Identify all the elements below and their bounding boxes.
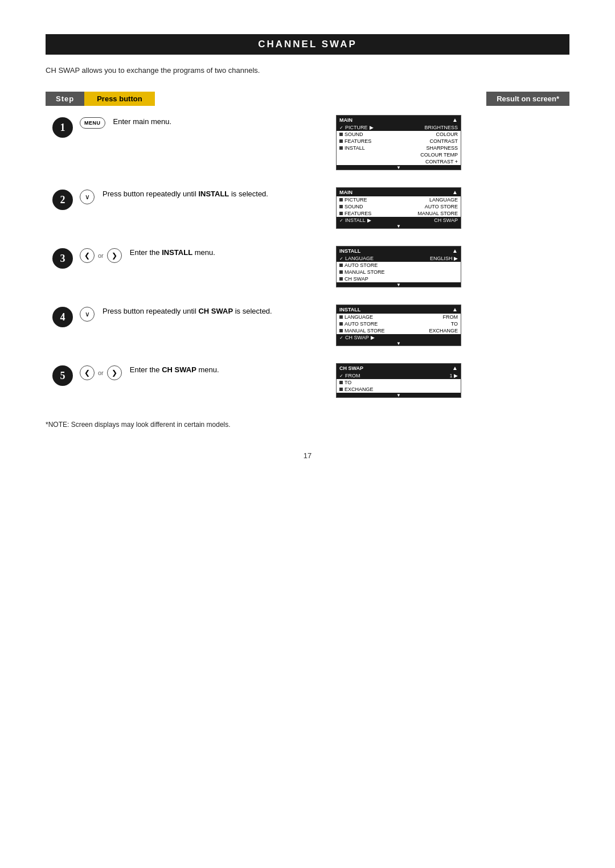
tv-row-5-2: EXCHANGE	[337, 386, 461, 393]
tv-row-left-4-2: MANUAL STORE	[339, 328, 385, 334]
tv-row-label: CH SWAP	[345, 335, 369, 340]
menu-button[interactable]: MENU	[80, 117, 105, 129]
step-row-2: 2 ∨ Press button repeatedly until INSTAL…	[46, 187, 569, 229]
right-button-3[interactable]: ❯	[107, 248, 122, 263]
tv-row-value-5-0: 1 ▶	[449, 373, 458, 379]
arrow-down-icon: ▼	[396, 165, 401, 170]
tv-row-1-2: FEATURES CONTRAST	[337, 138, 461, 145]
tv-row-value-1-0: BRIGHTNESS	[424, 125, 458, 130]
intro-text: CH SWAP allows you to exchange the progr…	[46, 66, 569, 75]
tv-header-2: MAIN ▲	[337, 188, 461, 196]
right-button-5[interactable]: ❯	[107, 365, 122, 380]
arrow-up-icon: ▲	[452, 365, 458, 371]
step-row-5: 5 ❮ or ❯ Enter the CH SWAP menu. CH SWAP…	[46, 363, 569, 398]
tv-row-label: INSTALL	[345, 217, 366, 223]
check-icon: ✓	[339, 335, 343, 340]
tv-row-label: FEATURES	[345, 138, 371, 144]
step-number-5: 5	[46, 363, 80, 386]
tv-row-left-2-2: FEATURES	[339, 211, 371, 216]
tv-row-left-4-3: ✓CH SWAP ▶	[339, 335, 375, 340]
step-number-2: 2	[46, 187, 80, 210]
tv-row-left-1-0: ✓PICTURE ▶	[339, 125, 374, 130]
tv-row-left-2-3: ✓INSTALL ▶	[339, 217, 371, 223]
tv-row-value-2-1: AUTO STORE	[425, 204, 458, 209]
tv-row-label: LANGUAGE	[345, 256, 374, 261]
tv-row-2-0: PICTURE LANGUAGE	[337, 196, 461, 203]
tv-row-left-3-0: ✓LANGUAGE	[339, 256, 374, 261]
tv-row-left-3-3: CH SWAP	[339, 276, 368, 282]
down-button-2[interactable]: ∨	[80, 190, 95, 204]
tv-screen-2: MAIN ▲ PICTURE LANGUAGE SOUND AUTO STORE…	[336, 187, 461, 229]
step-circle-4: 4	[52, 307, 73, 327]
or-text-5: or	[98, 369, 104, 376]
square-icon	[339, 277, 343, 281]
step-middle-3: ❮ or ❯ Enter the INSTALL menu.	[80, 246, 319, 263]
tv-row-label: AUTO STORE	[345, 262, 378, 268]
tv-footer-5: ▼	[337, 393, 461, 397]
tv-row-label: SOUND	[345, 204, 363, 209]
down-button-4[interactable]: ∨	[80, 307, 95, 322]
check-icon: ✓	[339, 218, 343, 223]
tv-row-label: EXCHANGE	[345, 386, 374, 392]
step-instruction-text-3: Enter the INSTALL menu.	[130, 247, 319, 258]
tv-row-4-2: MANUAL STORE EXCHANGE	[337, 327, 461, 334]
step-btn-area-3: ❮ or ❯	[80, 247, 122, 263]
arrow-up-icon: ▲	[452, 117, 458, 123]
square-icon	[339, 146, 343, 150]
square-icon	[339, 315, 343, 319]
left-button-5[interactable]: ❮	[80, 365, 95, 380]
tv-row-5-1: TO	[337, 379, 461, 386]
header-step: Step	[46, 92, 84, 106]
tv-header-1: MAIN ▲	[337, 116, 461, 124]
header-press-button: Press button	[84, 92, 154, 106]
arrow-up-icon: ▲	[452, 306, 458, 312]
tv-row-value-2-3: CH SWAP	[434, 217, 458, 223]
tv-row-label: CH SWAP	[345, 276, 368, 282]
header-result: Result on screen*	[486, 92, 569, 106]
tv-screen-5: CH SWAP ▲ ✓FROM 1 ▶ TO EXCHANGE ▼	[336, 363, 461, 398]
tv-row-value-1-4: COLOUR TEMP	[420, 152, 458, 158]
square-icon	[339, 139, 343, 143]
tv-row-label: TO	[345, 380, 351, 385]
note-text: *NOTE: Screen displays may look differen…	[46, 421, 569, 429]
tv-row-left-3-2: MANUAL STORE	[339, 269, 385, 275]
tv-row-left-4-0: LANGUAGE	[339, 314, 373, 320]
step-result-3: INSTALL ▲ ✓LANGUAGE ENGLISH ▶ AUTO STORE…	[336, 246, 569, 287]
step-result-1: MAIN ▲ ✓PICTURE ▶ BRIGHTNESS SOUND COLOU…	[336, 115, 569, 170]
step-btn-area-2: ∨	[80, 188, 95, 204]
square-icon	[339, 388, 343, 391]
tv-row-left-1-5	[339, 159, 346, 164]
step-instruction-1: Enter main menu.	[113, 117, 172, 126]
square-icon	[339, 133, 343, 136]
tv-row-1-0: ✓PICTURE ▶ BRIGHTNESS	[337, 124, 461, 131]
tv-row-value-1-3: SHARPNESS	[426, 145, 458, 151]
tv-row-3-0: ✓LANGUAGE ENGLISH ▶	[337, 255, 461, 262]
tv-title-2: MAIN	[339, 190, 352, 195]
tv-screen-4: INSTALL ▲ LANGUAGE FROM AUTO STORE TO MA…	[336, 305, 461, 346]
step-instruction-text-1: Enter main menu.	[113, 116, 319, 127]
tv-title-5: CH SWAP	[339, 365, 363, 371]
step-btn-area-1: MENU	[80, 116, 105, 129]
left-button-3[interactable]: ❮	[80, 248, 95, 263]
steps-container: 1 MENU Enter main menu. MAIN ▲ ✓PICTURE …	[46, 115, 569, 415]
tv-row-3-1: AUTO STORE	[337, 262, 461, 269]
tv-header-5: CH SWAP ▲	[337, 364, 461, 372]
page-number: 17	[46, 451, 569, 460]
step-circle-2: 2	[52, 190, 73, 210]
tv-row-left-4-1: AUTO STORE	[339, 321, 378, 327]
tv-row-value-1-5: CONTRAST +	[425, 159, 458, 164]
tv-row-value-4-1: TO	[451, 321, 458, 327]
tv-row-1-1: SOUND COLOUR	[337, 131, 461, 138]
tv-row-label: LANGUAGE	[345, 314, 373, 320]
check-icon: ✓	[339, 125, 343, 130]
tv-row-left-1-4	[339, 152, 346, 158]
step-instruction-text-2: Press button repeatedly until INSTALL is…	[102, 188, 319, 200]
tv-header-3: INSTALL ▲	[337, 246, 461, 255]
step-btn-area-4: ∨	[80, 306, 95, 322]
tv-row-value-1-1: COLOUR	[436, 131, 458, 137]
check-icon: ✓	[339, 373, 343, 379]
tv-screen-3: INSTALL ▲ ✓LANGUAGE ENGLISH ▶ AUTO STORE…	[336, 246, 461, 287]
tv-row-value-3-0: ENGLISH ▶	[430, 256, 458, 261]
step-number-1: 1	[46, 115, 80, 138]
square-icon	[339, 322, 343, 326]
